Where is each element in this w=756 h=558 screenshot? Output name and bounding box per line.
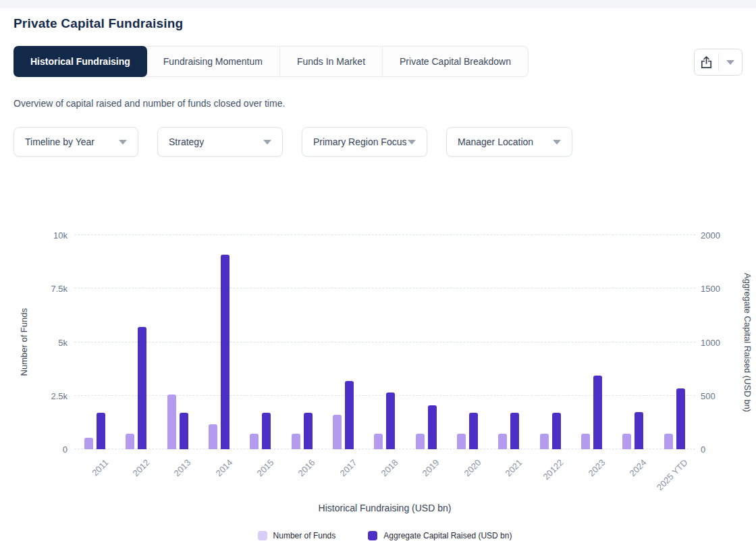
legend-label: Number of Funds xyxy=(273,531,336,540)
page-top-strip xyxy=(0,0,756,8)
filter-label: Manager Location xyxy=(458,136,533,147)
left-axis-ticks: 02.5k5k7.5k10k xyxy=(14,235,68,449)
filter-strategy[interactable]: Strategy xyxy=(157,127,283,157)
legend-swatch-icon xyxy=(368,531,377,540)
legend-swatch-icon xyxy=(258,531,267,540)
legend-item-aggregate-capital-raised[interactable]: Aggregate Capital Raised (USD bn) xyxy=(368,531,512,540)
export-button[interactable] xyxy=(695,49,718,75)
right-axis-ticks: 0500100015002000 xyxy=(701,235,755,449)
share-icon xyxy=(701,56,712,69)
filter-manager-location[interactable]: Manager Location xyxy=(446,127,572,157)
chart-legend: Number of FundsAggregate Capital Raised … xyxy=(74,531,695,540)
tabs-row: Historical FundraisingFundraising Moment… xyxy=(14,46,742,77)
filter-primary-region-focus[interactable]: Primary Region Focus xyxy=(302,127,427,157)
left-tick: 5k xyxy=(14,338,68,348)
x-axis-labels: 2011201220132014201520162017201820192020… xyxy=(74,235,695,449)
caret-down-icon xyxy=(119,140,127,145)
export-options-button[interactable] xyxy=(719,49,742,75)
filter-timeline-by-year[interactable]: Timeline by Year xyxy=(14,127,138,157)
right-tick: 1500 xyxy=(701,284,720,294)
caret-down-icon xyxy=(726,60,734,65)
caret-down-icon xyxy=(263,140,271,145)
tab-funds-in-market[interactable]: Funds In Market xyxy=(280,47,383,76)
fundraising-chart: Number of Funds Aggregate Capital Raised… xyxy=(14,222,756,558)
legend-label: Aggregate Capital Raised (USD bn) xyxy=(383,531,512,540)
filter-label: Timeline by Year xyxy=(25,136,94,147)
caret-down-icon xyxy=(553,140,561,145)
filters-row: Timeline by YearStrategyPrimary Region F… xyxy=(14,127,742,157)
main-content: Private Capital Fundraising Historical F… xyxy=(0,16,756,558)
tab-historical-fundraising[interactable]: Historical Fundraising xyxy=(14,46,147,77)
right-tick: 1000 xyxy=(701,338,720,348)
page-title: Private Capital Fundraising xyxy=(14,16,742,31)
left-tick: 10k xyxy=(14,230,68,240)
tab-group: Historical FundraisingFundraising Moment… xyxy=(14,46,529,77)
filter-label: Strategy xyxy=(169,136,204,147)
right-tick: 0 xyxy=(701,445,705,455)
caret-down-icon xyxy=(408,140,416,145)
legend-item-number-of-funds[interactable]: Number of Funds xyxy=(258,531,336,540)
left-tick: 7.5k xyxy=(14,284,68,294)
tab-private-capital-breakdown[interactable]: Private Capital Breakdown xyxy=(383,47,528,76)
tab-fundraising-momentum[interactable]: Fundraising Momentum xyxy=(146,47,280,76)
right-tick: 500 xyxy=(701,391,716,401)
x-axis-title: Historical Fundraising (USD bn) xyxy=(74,503,695,513)
filter-label: Primary Region Focus xyxy=(313,136,407,147)
left-tick: 0 xyxy=(14,445,68,455)
right-tick: 2000 xyxy=(701,230,720,240)
export-split-button xyxy=(694,49,742,76)
page-subtitle: Overview of capital raised and number of… xyxy=(14,98,742,109)
left-tick: 2.5k xyxy=(14,391,68,401)
